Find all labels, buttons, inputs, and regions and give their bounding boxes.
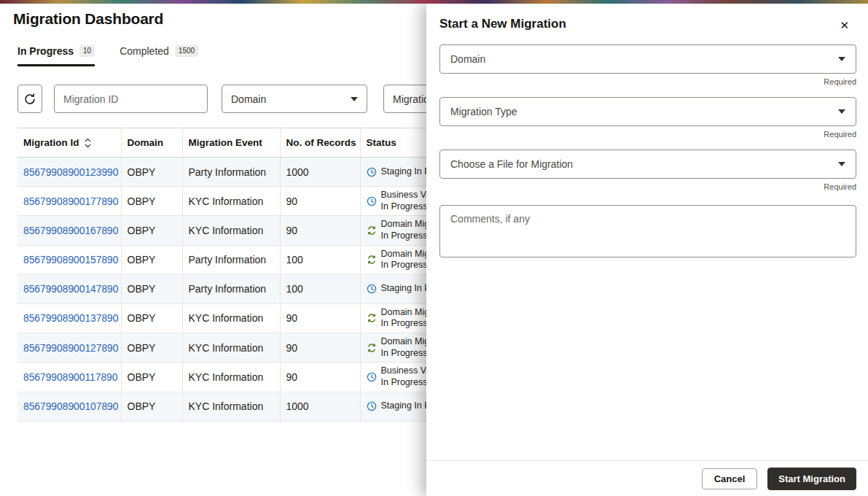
close-icon[interactable]: ✕ <box>837 17 852 34</box>
migration-id-link[interactable]: 85679908900147890 <box>23 284 118 295</box>
migration-id-link[interactable]: 85679908900167890 <box>23 225 118 236</box>
refresh-icon <box>23 93 36 106</box>
sort-icon[interactable] <box>84 138 92 148</box>
migration-id-cell: 85679908900167890 <box>17 216 121 245</box>
panel-footer: Cancel Start Migration <box>426 460 868 496</box>
domain-filter-label: Domain <box>231 93 266 105</box>
migration-id-cell: 85679908900117890 <box>17 363 121 392</box>
panel-body: Domain Required Migration Type Required … <box>426 39 868 460</box>
tab-in-progress[interactable]: In Progress 10 <box>17 45 95 66</box>
tab-in-progress-label: In Progress <box>17 45 74 57</box>
clock-icon <box>367 372 377 382</box>
migration-id-cell: 85679908900123990 <box>17 158 121 187</box>
panel-header: Start a New Migration ✕ <box>426 4 868 39</box>
migration-event-cell: KYC Information <box>182 187 280 216</box>
migration-id-cell: 85679908900147890 <box>17 274 121 303</box>
migration-id-cell: 85679908900107890 <box>17 392 121 421</box>
migration-id-link[interactable]: 85679908900157890 <box>23 255 118 266</box>
migration-id-cell: 85679908900157890 <box>17 245 121 274</box>
chevron-down-icon <box>838 109 845 114</box>
tab-bar: In Progress 10 Completed 1500 <box>17 45 198 66</box>
migration-id-input[interactable] <box>54 85 208 113</box>
migration-event-cell: KYC Information <box>182 363 280 392</box>
records-cell: 90 <box>280 216 360 245</box>
domain-cell: OBPY <box>121 274 182 303</box>
cancel-button[interactable]: Cancel <box>702 468 758 489</box>
records-cell: 90 <box>280 303 360 333</box>
sync-icon <box>367 343 377 353</box>
migration-id-link[interactable]: 85679908900137890 <box>23 313 118 324</box>
migration-event-cell: Party Information <box>182 245 280 274</box>
domain-field-group: Domain Required <box>439 44 856 87</box>
file-select-label: Choose a File for Migration <box>450 158 573 170</box>
file-required-hint: Required <box>439 182 856 192</box>
records-cell: 1000 <box>280 158 360 187</box>
migration-event-cell: KYC Information <box>182 392 280 421</box>
sync-icon <box>367 255 377 265</box>
start-migration-panel: Start a New Migration ✕ Domain Required … <box>426 4 868 496</box>
file-field-group: Choose a File for Migration Required <box>439 150 856 192</box>
migration-id-link[interactable]: 85679908900117890 <box>23 372 117 383</box>
records-cell: 100 <box>280 274 360 303</box>
migration-id-cell: 85679908900137890 <box>17 303 121 333</box>
clock-icon <box>367 284 377 294</box>
records-cell: 90 <box>280 363 360 392</box>
page-title: Migration Dashboard <box>13 10 163 28</box>
migration-id-link[interactable]: 85679908900123990 <box>23 167 118 178</box>
clock-icon <box>367 401 377 411</box>
column-header-migration-event: Migration Event <box>182 128 280 158</box>
migration-id-cell: 85679908900177890 <box>17 187 121 216</box>
column-header-no-of-records: No. of Records <box>280 128 360 158</box>
domain-select[interactable]: Domain <box>439 44 856 74</box>
migration-event-cell: KYC Information <box>182 216 280 245</box>
migration-id-link[interactable]: 85679908900127890 <box>23 343 118 354</box>
migration-type-field-group: Migration Type Required <box>439 97 856 139</box>
panel-title: Start a New Migration <box>439 17 855 31</box>
domain-required-hint: Required <box>439 77 856 87</box>
domain-cell: OBPY <box>121 216 182 245</box>
tab-completed-badge: 1500 <box>175 45 198 57</box>
chevron-down-icon <box>838 57 845 61</box>
migration-id-link[interactable]: 85679908900177890 <box>23 196 118 207</box>
start-migration-button[interactable]: Start Migration <box>767 468 856 490</box>
tab-in-progress-badge: 10 <box>79 45 95 57</box>
migration-type-required-hint: Required <box>439 130 856 139</box>
sync-icon <box>367 225 377 236</box>
migration-event-cell: KYC Information <box>182 333 280 363</box>
column-header-domain: Domain <box>121 128 182 158</box>
chevron-down-icon <box>351 97 358 101</box>
decorative-header-strip <box>0 0 868 4</box>
domain-cell: OBPY <box>121 158 182 187</box>
domain-cell: OBPY <box>121 363 182 392</box>
records-cell: 90 <box>280 187 360 216</box>
migration-id-cell: 85679908900127890 <box>17 333 121 363</box>
migration-type-select[interactable]: Migration Type <box>439 97 856 126</box>
records-cell: 90 <box>280 333 360 363</box>
comments-textarea[interactable] <box>439 205 856 257</box>
column-header-migration-id[interactable]: Migration Id <box>17 128 121 158</box>
sync-icon <box>367 313 377 323</box>
domain-cell: OBPY <box>121 245 182 274</box>
tab-completed[interactable]: Completed 1500 <box>120 45 198 66</box>
chevron-down-icon <box>838 162 845 166</box>
domain-cell: OBPY <box>121 303 182 333</box>
domain-select-label: Domain <box>450 53 485 65</box>
tab-completed-label: Completed <box>120 45 169 57</box>
records-cell: 1000 <box>280 392 360 421</box>
clock-icon <box>367 196 377 206</box>
domain-cell: OBPY <box>121 392 182 421</box>
records-cell: 100 <box>280 245 360 274</box>
migration-event-cell: Party Information <box>182 274 280 303</box>
migration-id-link[interactable]: 85679908900107890 <box>23 401 118 412</box>
migration-event-cell: KYC Information <box>182 303 280 333</box>
domain-cell: OBPY <box>121 333 182 363</box>
clock-icon <box>367 167 377 177</box>
domain-cell: OBPY <box>121 187 182 216</box>
refresh-button[interactable] <box>17 85 42 113</box>
migration-event-cell: Party Information <box>182 158 280 187</box>
migration-type-select-label: Migration Type <box>450 106 517 117</box>
domain-filter-select[interactable]: Domain <box>222 85 367 113</box>
screen: Migration Dashboard In Progress 10 Compl… <box>0 0 868 496</box>
file-select[interactable]: Choose a File for Migration <box>439 150 856 179</box>
